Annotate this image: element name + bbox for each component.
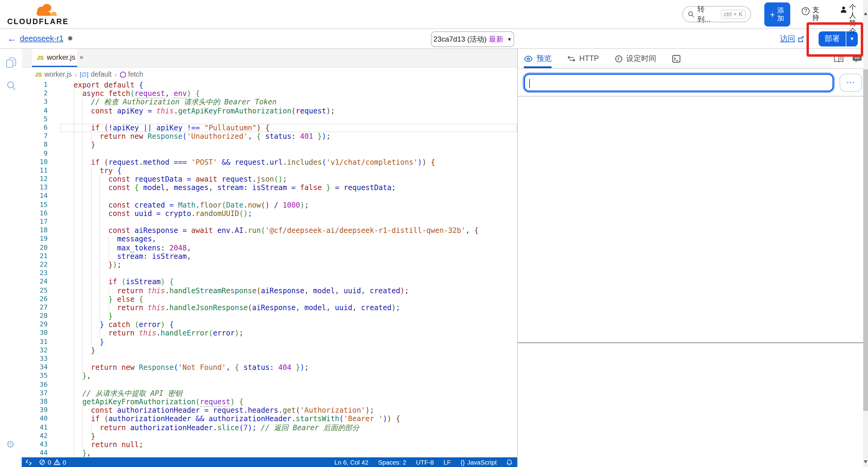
code-line[interactable]: 14 bbox=[22, 192, 517, 201]
code-line[interactable]: 3 // 检查 Authorization 请求头中的 Bearer Token bbox=[22, 98, 517, 107]
line-number: 40 bbox=[22, 415, 60, 423]
code-line[interactable]: 27 return this.handleJsonResponse(aiResp… bbox=[22, 303, 517, 312]
help-icon: ? bbox=[802, 7, 809, 15]
line-number: 43 bbox=[22, 440, 60, 449]
code-line[interactable]: 12 const requestData = await request.jso… bbox=[22, 175, 517, 183]
code-line[interactable]: 40 if (authorizationHeader && authorizat… bbox=[22, 415, 517, 423]
code-line[interactable]: 41 return authorizationHeader.slice(7); … bbox=[22, 423, 517, 432]
code-line[interactable]: 25 return this.handleStreamResponse(aiRe… bbox=[22, 286, 517, 295]
line-number: 20 bbox=[22, 243, 60, 252]
line-number: 38 bbox=[22, 398, 60, 406]
code-line[interactable]: 33 bbox=[22, 355, 517, 363]
discord-chat-icon[interactable] bbox=[852, 55, 862, 62]
cloudflare-logo[interactable]: CLOUDFLARE bbox=[7, 2, 61, 28]
code-line[interactable]: 34 return new Response('Not Found', { st… bbox=[22, 363, 517, 372]
breadcrumb[interactable]: JS worker.js › [∅] default › fetch bbox=[22, 67, 517, 81]
tab-terminal[interactable] bbox=[672, 49, 680, 68]
line-number: 15 bbox=[22, 201, 60, 209]
worker-toolbar: ← deepseek-r1 23ca7d13 (活动) 最新 ▼ 访问 部署 ▼ bbox=[0, 29, 868, 49]
code-line[interactable]: 10 if (request.method === 'POST' && requ… bbox=[22, 158, 517, 166]
line-number: 34 bbox=[22, 363, 60, 372]
tab-worker-js[interactable]: JS worker.js × bbox=[32, 49, 77, 67]
line-number: 18 bbox=[22, 226, 60, 235]
docs-book-icon[interactable] bbox=[834, 54, 844, 63]
line-number: 41 bbox=[22, 423, 60, 432]
code-line[interactable]: 20 max_tokens: 2048, bbox=[22, 243, 517, 252]
code-line[interactable]: 7 return new Response('Unauthorized', { … bbox=[22, 132, 517, 141]
code-line[interactable]: 31 } bbox=[22, 338, 517, 346]
code-line[interactable]: 6 if (!apiKey || apiKey !== "Pullautumn"… bbox=[22, 124, 517, 132]
indentation-setting[interactable]: Spaces: 2 bbox=[378, 459, 406, 466]
scrollbar-thumb[interactable] bbox=[863, 69, 868, 411]
remote-indicator[interactable] bbox=[25, 459, 32, 466]
worker-name-link[interactable]: deepseek-r1 bbox=[20, 34, 64, 43]
line-number: 30 bbox=[22, 329, 60, 338]
close-tab-icon[interactable]: × bbox=[80, 54, 84, 61]
add-button[interactable]: + 添加 bbox=[764, 2, 790, 27]
code-line[interactable]: 43 return null; bbox=[22, 440, 517, 449]
code-line[interactable]: 35 }, bbox=[22, 372, 517, 380]
code-line[interactable]: 8 } bbox=[22, 141, 517, 149]
line-number: 13 bbox=[22, 184, 60, 192]
visit-link[interactable]: 访问 bbox=[780, 34, 804, 44]
code-line[interactable]: 37 // 从请求头中提取 API 密钥 bbox=[22, 389, 517, 398]
code-line[interactable]: 28 } bbox=[22, 312, 517, 320]
code-line[interactable]: 39 const authorizationHeader = request.h… bbox=[22, 406, 517, 414]
user-icon bbox=[840, 6, 847, 13]
code-line[interactable]: 29 } catch (error) { bbox=[22, 321, 517, 329]
code-line[interactable]: 21 stream: isStream, bbox=[22, 252, 517, 261]
search-shortcut-hint: ctrl + K bbox=[721, 10, 746, 19]
code-line[interactable]: 36 bbox=[22, 380, 517, 389]
more-options-button[interactable]: ••• bbox=[840, 73, 862, 91]
code-line[interactable]: 17 bbox=[22, 218, 517, 226]
support-menu[interactable]: ? 支持 bbox=[802, 6, 820, 22]
support-label: 支持 bbox=[812, 6, 820, 22]
code-line[interactable]: 18 const aiResponse = await env.AI.run('… bbox=[22, 226, 517, 235]
files-icon[interactable] bbox=[6, 57, 16, 68]
tab-preview[interactable]: 预览 bbox=[524, 49, 552, 68]
language-mode[interactable]: {} JavaScript bbox=[461, 459, 497, 466]
page-scrollbar[interactable] bbox=[863, 0, 868, 467]
back-link[interactable]: ← deepseek-r1 bbox=[7, 33, 73, 43]
global-search[interactable]: 转到... ctrl + K bbox=[682, 6, 751, 22]
code-line[interactable]: 19 messages, bbox=[22, 235, 517, 243]
search-sidebar-icon[interactable] bbox=[6, 81, 16, 91]
code-line[interactable]: 9 bbox=[22, 149, 517, 158]
code-line[interactable]: 11 try { bbox=[22, 167, 517, 175]
code-line[interactable]: 44 }, bbox=[22, 449, 517, 457]
code-line[interactable]: 1export default { bbox=[22, 81, 517, 89]
code-line[interactable]: 32 } bbox=[22, 346, 517, 355]
eol-setting[interactable]: LF bbox=[443, 459, 451, 466]
encoding-setting[interactable]: UTF-8 bbox=[416, 459, 434, 466]
settings-gear-icon[interactable]: ⚙ bbox=[6, 439, 15, 450]
code-line[interactable]: 15 const created = Math.floor(Date.now()… bbox=[22, 201, 517, 209]
code-line[interactable]: 24 if (isStream) { bbox=[22, 278, 517, 286]
cursor-position[interactable]: Ln 6, Col 42 bbox=[334, 459, 368, 466]
version-selector[interactable]: 23ca7d13 (活动) 最新 ▼ bbox=[431, 31, 514, 47]
code-line[interactable]: 38 getApiKeyFromAuthorization(request) { bbox=[22, 398, 517, 406]
tab-http[interactable]: HTTP bbox=[567, 49, 599, 68]
code-line[interactable]: 30 return this.handleError(error); bbox=[22, 329, 517, 338]
code-area[interactable]: 1export default {2 async fetch(request, … bbox=[22, 81, 517, 457]
preview-tab-bar: 预览 HTTP 设定时间 bbox=[518, 49, 868, 69]
line-number: 2 bbox=[22, 89, 60, 98]
profile-menu[interactable]: 个人简介 bbox=[840, 4, 857, 35]
code-line[interactable]: 16 const uuid = crypto.randomUUID(); bbox=[22, 209, 517, 218]
scroll-down-arrow[interactable] bbox=[864, 460, 867, 463]
problems-indicator[interactable]: 0 0 bbox=[39, 459, 66, 466]
code-line[interactable]: 23 bbox=[22, 269, 517, 278]
preview-url-input[interactable] bbox=[524, 73, 834, 91]
code-line[interactable]: 2 async fetch(request, env) { bbox=[22, 89, 517, 98]
code-line[interactable]: 5 bbox=[22, 115, 517, 124]
code-line[interactable]: 4 const apiKey = this.getApiKeyFromAutho… bbox=[22, 107, 517, 115]
tab-schedule[interactable]: 设定时间 bbox=[615, 49, 656, 68]
code-line[interactable]: 26 } else { bbox=[22, 295, 517, 303]
code-line[interactable]: 42 } bbox=[22, 432, 517, 440]
code-line[interactable]: 22 }); bbox=[22, 261, 517, 269]
external-link-icon bbox=[798, 36, 804, 42]
version-id: 23ca7d13 (活动) bbox=[433, 34, 487, 45]
notifications-bell-icon[interactable] bbox=[506, 459, 513, 466]
back-arrow-icon: ← bbox=[7, 33, 16, 43]
scroll-up-arrow[interactable] bbox=[864, 12, 867, 15]
code-line[interactable]: 13 const { model, messages, stream: isSt… bbox=[22, 184, 517, 192]
